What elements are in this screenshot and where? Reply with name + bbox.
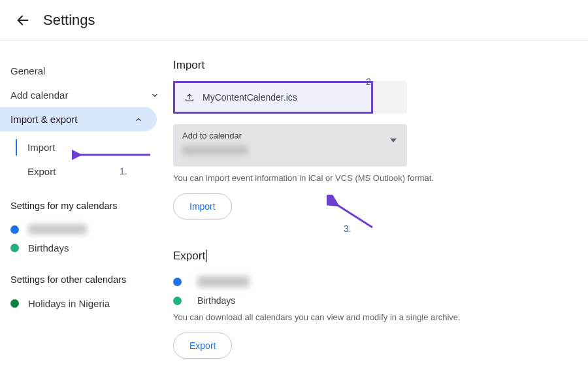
sidebar-subitem-import[interactable]: Import bbox=[0, 135, 173, 159]
selected-file-name: MyContentCalender.ics bbox=[203, 92, 297, 103]
main-panel: Import MyContentCalender.ics Add to cale… bbox=[173, 41, 588, 359]
sidebar-header-other-calendars: Settings for other calendars bbox=[0, 257, 173, 294]
sidebar-item-add-calendar[interactable]: Add calendar bbox=[0, 83, 173, 107]
sidebar-item-general[interactable]: General bbox=[0, 59, 173, 83]
calendar-name-redacted bbox=[197, 276, 250, 287]
calendar-color-dot bbox=[10, 244, 19, 252]
calendar-name: Holidays in Nigeria bbox=[28, 298, 110, 309]
sidebar-calendar-item[interactable] bbox=[0, 220, 173, 238]
add-to-calendar-select[interactable]: Add to calendar bbox=[173, 124, 407, 167]
calendar-name: Birthdays bbox=[197, 295, 235, 306]
export-button[interactable]: Export bbox=[173, 333, 232, 359]
export-section-title: Export bbox=[173, 250, 562, 263]
settings-sidebar: General Add calendar Import & export Imp… bbox=[0, 41, 173, 359]
chevron-up-icon bbox=[135, 116, 142, 123]
export-calendar-row bbox=[173, 272, 562, 291]
calendar-color-dot bbox=[10, 225, 19, 234]
sidebar-calendar-item[interactable]: Holidays in Nigeria bbox=[0, 294, 173, 313]
import-hint-text: You can import event information in iCal… bbox=[173, 173, 562, 183]
export-calendar-row: Birthdays bbox=[173, 291, 562, 310]
calendar-name-redacted bbox=[28, 224, 87, 235]
file-picker-row[interactable]: MyContentCalender.ics bbox=[173, 81, 373, 114]
select-value-redacted bbox=[182, 146, 248, 155]
sidebar-calendar-item[interactable]: Birthdays bbox=[0, 238, 173, 257]
calendar-color-dot bbox=[173, 278, 182, 286]
sidebar-header-my-calendars: Settings for my calendars bbox=[0, 184, 173, 220]
calendar-color-dot bbox=[173, 297, 182, 305]
calendar-name: Birthdays bbox=[28, 242, 69, 253]
sidebar-subitem-export[interactable]: Export bbox=[0, 159, 173, 184]
sidebar-item-import-export[interactable]: Import & export bbox=[0, 107, 157, 131]
back-arrow-icon[interactable] bbox=[16, 13, 30, 27]
import-button[interactable]: Import bbox=[173, 193, 232, 220]
import-section-title: Import bbox=[173, 59, 562, 72]
select-label: Add to calendar bbox=[182, 131, 398, 140]
export-hint-text: You can download all calendars you can v… bbox=[173, 312, 562, 322]
chevron-down-icon bbox=[151, 91, 159, 99]
calendar-color-dot bbox=[10, 299, 19, 308]
caret-down-icon bbox=[390, 139, 397, 142]
upload-icon bbox=[184, 92, 195, 103]
page-title: Settings bbox=[43, 12, 95, 29]
